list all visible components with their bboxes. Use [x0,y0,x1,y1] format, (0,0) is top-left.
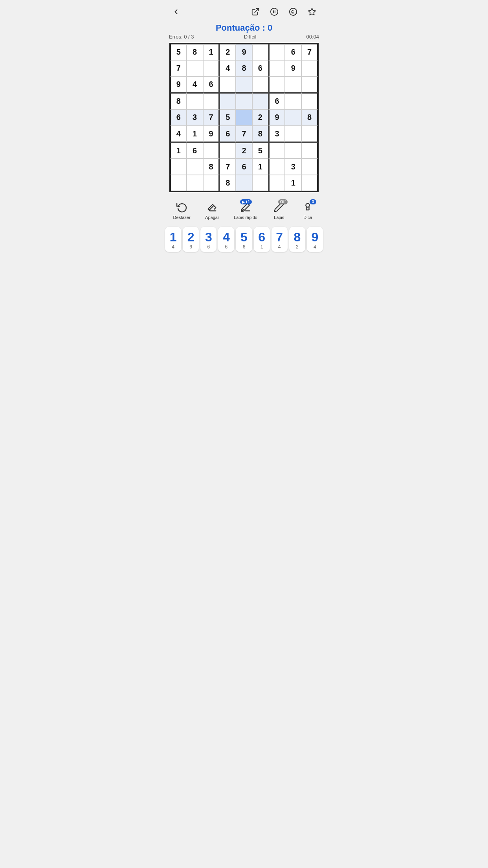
cell-3-6[interactable]: 6 [269,93,285,109]
cell-4-2[interactable]: 7 [203,109,220,126]
cell-5-8[interactable] [301,126,318,142]
cell-3-2[interactable] [203,93,220,109]
cell-2-1[interactable]: 4 [187,77,203,93]
settings-button[interactable] [305,5,319,19]
cell-4-3[interactable]: 5 [219,109,236,126]
cell-2-8[interactable] [301,77,318,93]
back-button[interactable] [169,5,183,19]
cell-6-5[interactable]: 5 [252,142,269,159]
cell-5-6[interactable]: 3 [269,126,285,142]
cell-3-5[interactable] [252,93,269,109]
cell-4-1[interactable]: 3 [187,109,203,126]
cell-5-2[interactable]: 9 [203,126,220,142]
hint-button[interactable]: 3 Dica [297,199,318,221]
cell-8-4[interactable] [236,175,252,191]
cell-8-2[interactable] [203,175,220,191]
cell-2-0[interactable]: 9 [170,77,187,93]
cell-6-6[interactable] [269,142,285,159]
cell-7-8[interactable] [301,158,318,175]
numpad-btn-7[interactable]: 74 [272,227,288,252]
cell-5-1[interactable]: 1 [187,126,203,142]
cell-5-4[interactable]: 7 [236,126,252,142]
cell-1-0[interactable]: 7 [170,60,187,77]
cell-8-6[interactable] [269,175,285,191]
theme-button[interactable]: A [286,5,300,19]
cell-4-5[interactable]: 2 [252,109,269,126]
cell-0-1[interactable]: 8 [187,44,203,60]
cell-1-3[interactable]: 4 [219,60,236,77]
cell-3-7[interactable] [285,93,301,109]
cell-6-0[interactable]: 1 [170,142,187,159]
cell-7-7[interactable]: 3 [285,158,301,175]
cell-2-3[interactable] [219,77,236,93]
cell-1-8[interactable] [301,60,318,77]
cell-6-7[interactable] [285,142,301,159]
cell-3-1[interactable] [187,93,203,109]
cell-2-6[interactable] [269,77,285,93]
cell-7-2[interactable]: 8 [203,158,220,175]
cell-8-0[interactable] [170,175,187,191]
cell-6-3[interactable] [219,142,236,159]
numpad-btn-9[interactable]: 94 [307,227,323,252]
cell-8-8[interactable] [301,175,318,191]
numpad-btn-3[interactable]: 36 [200,227,216,252]
numpad-btn-8[interactable]: 82 [289,227,305,252]
cell-7-1[interactable] [187,158,203,175]
cell-5-7[interactable] [285,126,301,142]
cell-7-3[interactable]: 7 [219,158,236,175]
cell-4-0[interactable]: 6 [170,109,187,126]
cell-0-4[interactable]: 9 [236,44,252,60]
cell-7-4[interactable]: 6 [236,158,252,175]
cell-6-4[interactable]: 2 [236,142,252,159]
cell-1-6[interactable] [269,60,285,77]
cell-0-2[interactable]: 1 [203,44,220,60]
cell-0-7[interactable]: 6 [285,44,301,60]
numpad-btn-6[interactable]: 61 [254,227,270,252]
numpad-btn-1[interactable]: 14 [165,227,181,252]
numpad-btn-5[interactable]: 56 [236,227,252,252]
cell-0-5[interactable] [252,44,269,60]
cell-8-1[interactable] [187,175,203,191]
cell-3-4[interactable] [236,93,252,109]
cell-4-4[interactable] [236,109,252,126]
cell-1-7[interactable]: 9 [285,60,301,77]
fast-pencil-button[interactable]: ▶ +1 Lápis rápido [231,199,261,221]
cell-5-0[interactable]: 4 [170,126,187,142]
cell-7-5[interactable]: 1 [252,158,269,175]
cell-3-8[interactable] [301,93,318,109]
cell-1-1[interactable] [187,60,203,77]
cell-0-3[interactable]: 2 [219,44,236,60]
cell-1-5[interactable]: 6 [252,60,269,77]
cell-0-0[interactable]: 5 [170,44,187,60]
cell-2-5[interactable] [252,77,269,93]
cell-0-6[interactable] [269,44,285,60]
cell-3-0[interactable]: 8 [170,93,187,109]
cell-0-8[interactable]: 7 [301,44,318,60]
cell-2-2[interactable]: 6 [203,77,220,93]
cell-5-5[interactable]: 8 [252,126,269,142]
pause-button[interactable] [267,5,281,19]
undo-button[interactable]: Desfazer [170,199,194,221]
cell-6-2[interactable] [203,142,220,159]
cell-6-8[interactable] [301,142,318,159]
cell-8-5[interactable] [252,175,269,191]
cell-3-3[interactable] [219,93,236,109]
cell-4-6[interactable]: 9 [269,109,285,126]
share-button[interactable] [248,5,262,19]
cell-7-0[interactable] [170,158,187,175]
cell-5-3[interactable]: 6 [219,126,236,142]
cell-1-2[interactable] [203,60,220,77]
cell-8-7[interactable]: 1 [285,175,301,191]
erase-button[interactable]: Apagar [202,199,222,221]
cell-8-3[interactable]: 8 [219,175,236,191]
cell-4-8[interactable]: 8 [301,109,318,126]
pencil-button[interactable]: Off Lápis [269,199,289,221]
cell-7-6[interactable] [269,158,285,175]
numpad-btn-4[interactable]: 46 [218,227,234,252]
cell-6-1[interactable]: 6 [187,142,203,159]
cell-2-7[interactable] [285,77,301,93]
numpad-btn-2[interactable]: 26 [183,227,199,252]
cell-2-4[interactable] [236,77,252,93]
cell-4-7[interactable] [285,109,301,126]
cell-1-4[interactable]: 8 [236,60,252,77]
